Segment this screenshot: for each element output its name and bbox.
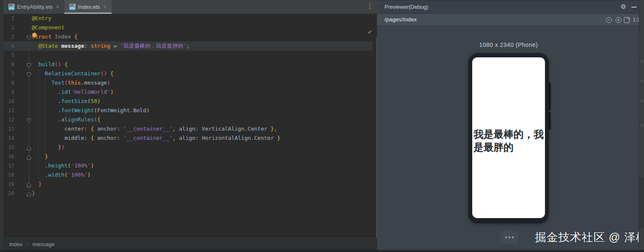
phone-screen[interactable]: 我是最棒的，我是最胖的	[472, 57, 545, 218]
code-token: 100%	[71, 172, 84, 178]
code-line[interactable]: @Entry	[32, 14, 51, 23]
line-number[interactable]: 2	[3, 23, 14, 32]
line-number[interactable]: 5	[3, 51, 14, 60]
fold-close-icon[interactable]	[26, 145, 31, 150]
breadcrumb-item-index[interactable]: Index	[9, 241, 23, 247]
code-token: ;	[186, 43, 190, 49]
code-token: __container__	[127, 135, 169, 141]
minimize-icon[interactable]	[631, 7, 636, 8]
fold-close-icon[interactable]	[26, 154, 31, 159]
code-line[interactable]: @Component	[32, 23, 64, 32]
zoom-in-icon[interactable]	[616, 17, 621, 23]
code-token: .message	[81, 80, 107, 86]
line-number[interactable]: 6	[3, 60, 14, 69]
code-line[interactable]: RelativeContainer() {	[32, 69, 114, 78]
fold-open-icon[interactable]	[26, 117, 31, 122]
code-line[interactable]: struct Index {	[32, 32, 78, 41]
code-token: .	[32, 162, 48, 169]
line-number[interactable]: 14	[3, 134, 14, 143]
line-number[interactable]: 16	[3, 152, 14, 161]
line-number[interactable]: 18	[3, 170, 14, 180]
fold-open-icon[interactable]	[26, 34, 31, 39]
line-number[interactable]: 12	[3, 115, 14, 124]
breadcrumb-item-message[interactable]: message	[33, 241, 55, 247]
phone-mockup: 我是最棒的，我是最胖的	[468, 53, 549, 223]
watermark-text: 掘金技术社区 @ 泽楠	[535, 230, 644, 245]
close-icon[interactable]: ×	[56, 4, 59, 10]
code-token: :	[84, 43, 91, 49]
code-token: )	[91, 162, 94, 169]
close-icon[interactable]: ×	[103, 4, 107, 10]
fold-open-icon[interactable]	[26, 62, 31, 67]
code-line[interactable]: middle: { anchor: '__container__', align…	[32, 134, 280, 143]
fit-to-window-icon[interactable]	[624, 17, 630, 23]
code-line[interactable]: }	[32, 180, 41, 189]
code-token: RelativeContainer	[45, 70, 100, 77]
code-line[interactable]: @State message: string = '我是最棒的，我是最胖的';	[32, 41, 190, 51]
code-token: {	[64, 61, 68, 67]
code-token: anchor:	[94, 135, 123, 141]
line-number[interactable]: 20	[3, 189, 14, 198]
more-options-button[interactable]	[500, 231, 518, 244]
line-number[interactable]: 19	[3, 180, 14, 189]
code-editor[interactable]: 1@Entry2@Component3struct Index {4 @Stat…	[3, 14, 377, 238]
code-line[interactable]: }	[32, 152, 48, 161]
code-token: height	[48, 162, 68, 169]
editor-options-kebab-icon[interactable]: ⋮	[366, 3, 374, 10]
code-line[interactable]: })	[32, 143, 64, 152]
code-token: build	[38, 61, 55, 67]
code-token: message	[61, 43, 84, 49]
code-token: 我是最棒的，我是最胖的	[123, 43, 183, 49]
code-line[interactable]: build() {	[32, 60, 68, 69]
line-number[interactable]: 13	[3, 124, 14, 134]
line-number[interactable]: 7	[3, 69, 14, 78]
code-token	[32, 181, 38, 187]
code-token: @Entry	[32, 15, 51, 21]
intention-bulb-icon[interactable]	[32, 33, 37, 37]
line-number[interactable]: 15	[3, 143, 14, 152]
analysis-ok-check-icon[interactable]: ✔	[368, 29, 372, 35]
code-line[interactable]: center: { anchor: '__container__', align…	[32, 124, 277, 134]
code-token	[32, 144, 58, 150]
devstudio-window: ETS EntryAbility.ets × ETS Index.ets × ⋮…	[0, 0, 644, 252]
code-line[interactable]: .id('HelloWorld')	[32, 87, 114, 97]
tab-index[interactable]: ETS Index.ets ×	[64, 0, 112, 14]
code-token	[71, 33, 74, 40]
code-token: }	[277, 135, 280, 141]
code-token	[32, 70, 45, 77]
line-number[interactable]: 17	[3, 161, 14, 170]
code-line[interactable]: .height('100%')	[32, 161, 94, 170]
line-number[interactable]: 11	[3, 106, 14, 115]
code-line[interactable]: .fontWeight(FontWeight.Bold)	[32, 106, 150, 115]
gear-icon[interactable]: ⚙	[621, 3, 626, 10]
code-token: @State	[38, 43, 58, 49]
code-line[interactable]: .alignRules({	[32, 115, 100, 124]
right-tool-stripe[interactable]	[639, 0, 644, 252]
code-token: {	[97, 116, 101, 123]
phone-power-button	[549, 112, 551, 130]
line-number[interactable]: 1	[3, 14, 14, 23]
code-token: .	[32, 98, 61, 104]
code-token: (	[94, 116, 97, 123]
code-line[interactable]: .width('100%')	[32, 170, 91, 180]
code-token: '	[87, 162, 91, 169]
zoom-out-icon[interactable]	[606, 17, 612, 23]
tab-entryability[interactable]: ETS EntryAbility.ets ×	[3, 0, 64, 14]
code-token: Text	[51, 80, 64, 86]
line-number[interactable]: 4	[3, 41, 14, 51]
code-line[interactable]: Text(this.message)	[32, 78, 110, 87]
line-number[interactable]: 8	[3, 78, 14, 87]
line-number[interactable]: 3	[3, 32, 14, 41]
line-number[interactable]: 10	[3, 97, 14, 106]
fold-close-icon[interactable]	[26, 191, 31, 196]
code-token: )	[61, 144, 64, 150]
code-token: 100%	[74, 162, 87, 169]
line-number[interactable]: 9	[3, 87, 14, 97]
code-token: , align: VerticalAlign.Center	[173, 126, 271, 132]
code-line[interactable]: }	[32, 189, 35, 198]
code-line[interactable]: .fontSize(50)	[32, 97, 100, 106]
previewer-toolbar: /pages/Index 1:1	[377, 14, 639, 26]
fold-open-icon[interactable]	[26, 71, 31, 76]
code-token: )	[87, 172, 91, 178]
fold-close-icon[interactable]	[26, 182, 31, 187]
